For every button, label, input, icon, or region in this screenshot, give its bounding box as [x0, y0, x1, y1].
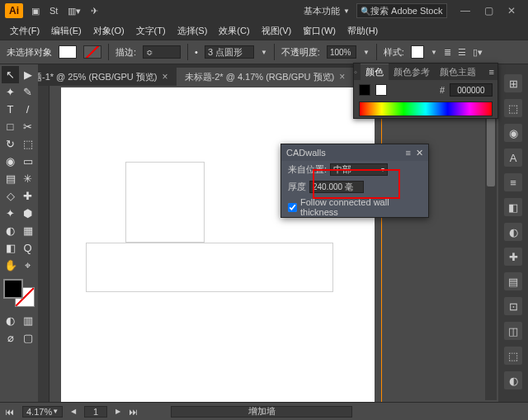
- document-tab-2[interactable]: 未标题-2* @ 4.17% (RGB/GPU 预览)×: [177, 68, 354, 86]
- type-tool[interactable]: T: [2, 101, 19, 118]
- magic-wand-tool[interactable]: ✦: [2, 83, 19, 101]
- align-icon[interactable]: ▯▾: [473, 47, 483, 58]
- dock-color-icon[interactable]: ◉: [504, 124, 522, 142]
- fill-preview[interactable]: [359, 84, 370, 96]
- color-guide-tab[interactable]: 颜色参考: [389, 64, 435, 80]
- cad-from-label: 来自位置:: [288, 163, 327, 176]
- stock-icon[interactable]: St: [50, 6, 58, 17]
- print-tiling-tool[interactable]: ⌖: [19, 257, 36, 274]
- panel-collapse-icon[interactable]: ≡: [406, 148, 411, 158]
- menu-file[interactable]: 文件(F): [5, 22, 45, 40]
- cad-thickness-input[interactable]: 240.000 毫: [309, 181, 364, 193]
- rectangle-tool[interactable]: □: [2, 118, 19, 135]
- fill-stroke-swatch[interactable]: [3, 279, 35, 307]
- dock-para-icon[interactable]: ≡: [504, 173, 522, 191]
- dock-swatches-icon[interactable]: ◧: [504, 198, 522, 216]
- cad-follow-check[interactable]: [288, 203, 297, 212]
- dock-char-icon[interactable]: A: [504, 149, 522, 167]
- mesh-tool[interactable]: ✳: [19, 170, 36, 187]
- width-tool[interactable]: ◉: [2, 153, 19, 170]
- graph-tool[interactable]: ◐: [2, 222, 19, 239]
- stock-search[interactable]: 🔍 搜索 Adobe Stock: [356, 3, 447, 18]
- cad-follow-checkbox[interactable]: Follow connected wall thickness: [281, 196, 428, 219]
- gpu-icon[interactable]: ✈: [91, 6, 98, 17]
- bridge-icon[interactable]: ▣: [31, 6, 40, 17]
- color-mode-icon[interactable]: ◐: [2, 312, 19, 329]
- color-themes-tab[interactable]: 颜色主题: [435, 64, 481, 80]
- maximize-button[interactable]: ▢: [477, 2, 500, 19]
- fill-swatch[interactable]: [59, 45, 77, 59]
- playback-first-icon[interactable]: ⏮: [5, 407, 14, 417]
- zoom-display[interactable]: 4.17% ▼: [22, 406, 63, 418]
- gradient-tool[interactable]: ◇: [2, 187, 19, 205]
- arrange-icon[interactable]: ▥▾: [68, 6, 81, 17]
- artwork-rect: [86, 243, 333, 292]
- hex-input[interactable]: [450, 83, 493, 97]
- blend-tool[interactable]: ✦: [2, 205, 19, 222]
- dock-stroke-icon[interactable]: ▤: [504, 272, 522, 290]
- panel-close-icon[interactable]: ✕: [416, 148, 423, 158]
- close-tab-icon[interactable]: ×: [339, 71, 345, 83]
- cad-from-dropdown[interactable]: 中部▾: [330, 163, 388, 176]
- dock-libraries-icon[interactable]: ⊞: [504, 74, 522, 92]
- opacity-input[interactable]: 100%: [327, 45, 356, 59]
- gradient-mode-icon[interactable]: ▥: [19, 312, 36, 329]
- dock-appearance-icon[interactable]: ⬚: [504, 347, 522, 365]
- menu-window[interactable]: 窗口(W): [298, 22, 341, 40]
- pen-tool[interactable]: ✎: [19, 83, 36, 101]
- current-tool-display: 增加墙: [171, 406, 352, 418]
- page-next-icon[interactable]: ▶: [116, 408, 120, 415]
- screen-mode-icon[interactable]: ▢: [19, 329, 36, 347]
- stroke-width-input[interactable]: ≎: [143, 45, 181, 59]
- line-tool[interactable]: /: [19, 101, 36, 118]
- direct-select-tool[interactable]: ▶: [19, 66, 36, 83]
- dock-transparency-icon[interactable]: ◫: [504, 322, 522, 340]
- shapebuilder-tool[interactable]: ▭: [19, 153, 36, 170]
- none-mode-icon[interactable]: ⌀: [2, 329, 19, 347]
- eyedropper-tool[interactable]: ✚: [19, 187, 36, 205]
- doc-setup-icon[interactable]: ≣: [444, 47, 451, 58]
- hand-tool[interactable]: ✋: [2, 257, 19, 274]
- color-spectrum[interactable]: [359, 101, 493, 116]
- slice-tool[interactable]: ◧: [2, 239, 19, 257]
- rotate-tool[interactable]: ↻: [2, 135, 19, 153]
- panel-menu-icon[interactable]: ≡: [486, 67, 497, 77]
- close-tab-icon[interactable]: ×: [163, 71, 168, 83]
- brushprofile-bullet: •: [195, 47, 198, 57]
- scroll-thumb[interactable]: [487, 112, 495, 186]
- stroke-preview[interactable]: [375, 84, 387, 96]
- guide-vertical[interactable]: [381, 87, 382, 418]
- dock-symbols-icon[interactable]: ✚: [504, 248, 522, 266]
- artboard-tool[interactable]: ▦: [19, 222, 36, 239]
- menu-select[interactable]: 选择(S): [172, 22, 213, 40]
- prefs-icon[interactable]: ☰: [458, 47, 466, 58]
- dock-properties-icon[interactable]: ⬚: [504, 99, 522, 117]
- menu-view[interactable]: 视图(V): [257, 22, 297, 40]
- style-swatch[interactable]: [411, 45, 424, 59]
- canvas[interactable]: [61, 87, 375, 418]
- color-tab[interactable]: 颜色: [361, 64, 389, 80]
- minimize-button[interactable]: —: [454, 2, 477, 19]
- stroke-swatch[interactable]: [83, 45, 101, 59]
- close-button[interactable]: ✕: [500, 2, 523, 19]
- zoom-tool[interactable]: Q: [19, 239, 36, 257]
- menu-help[interactable]: 帮助(H): [342, 22, 383, 40]
- page-last-icon[interactable]: ⏭: [129, 407, 138, 417]
- dock-layers-icon[interactable]: ◐: [504, 371, 522, 389]
- brush-profile-dd[interactable]: 3 点圆形: [205, 45, 254, 59]
- selection-tool[interactable]: ↖: [2, 66, 19, 83]
- workspace-switcher[interactable]: 基本功能 ▼: [304, 5, 350, 17]
- scrollbar-vertical[interactable]: [485, 87, 497, 400]
- menu-type[interactable]: 文字(T): [131, 22, 171, 40]
- scissors-tool[interactable]: ✂: [19, 118, 36, 135]
- menu-edit[interactable]: 编辑(E): [46, 22, 87, 40]
- scale-tool[interactable]: ⬚: [19, 135, 36, 153]
- dock-brushes-icon[interactable]: ◐: [504, 223, 522, 241]
- menu-effect[interactable]: 效果(C): [214, 22, 254, 40]
- page-prev-icon[interactable]: ◀: [71, 408, 76, 415]
- artboard-number[interactable]: 1: [84, 406, 107, 418]
- menu-object[interactable]: 对象(O): [88, 22, 130, 40]
- symbol-tool[interactable]: ⬢: [19, 205, 36, 222]
- dock-gradient-icon[interactable]: ⊡: [504, 297, 522, 315]
- perspective-tool[interactable]: ▤: [2, 170, 19, 187]
